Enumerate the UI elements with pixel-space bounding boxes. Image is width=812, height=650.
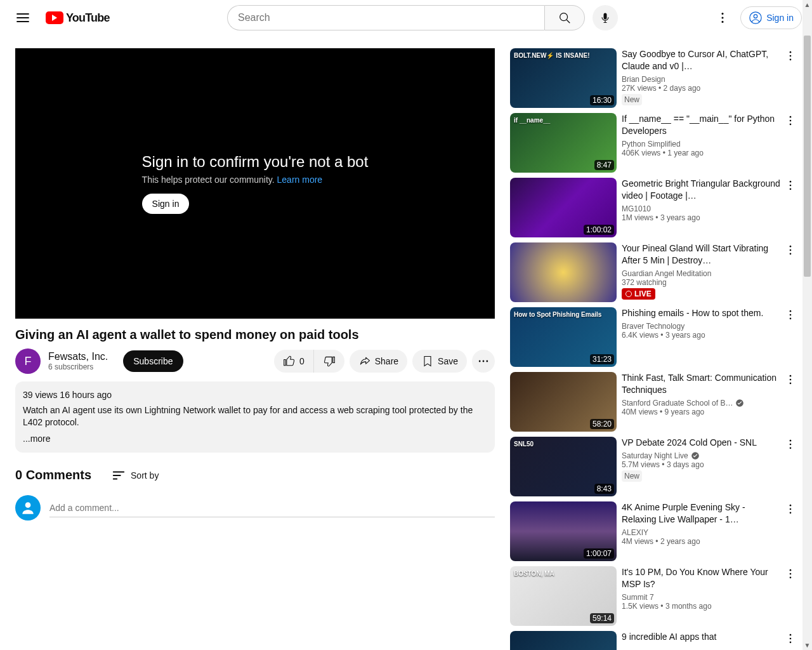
scroll-up-arrow[interactable]: ▲ xyxy=(802,0,812,10)
ellipsis-icon xyxy=(477,355,490,368)
svg-point-41 xyxy=(790,634,792,636)
subscribe-button[interactable]: Subscribe xyxy=(123,350,183,372)
rec-thumbnail[interactable] xyxy=(510,631,617,650)
rec-menu-button[interactable] xyxy=(784,179,797,194)
rec-thumbnail[interactable]: 1:00:07 xyxy=(510,501,617,561)
rec-menu-button[interactable] xyxy=(784,373,797,388)
rec-meta: 27K views • 2 days ago xyxy=(622,84,782,93)
hamburger-button[interactable] xyxy=(10,5,36,30)
dislike-button[interactable] xyxy=(314,350,344,373)
kebab-icon xyxy=(784,114,797,127)
kebab-icon xyxy=(784,50,797,62)
rec-menu-button[interactable] xyxy=(784,438,797,453)
rec-thumbnail[interactable] xyxy=(510,242,617,302)
video-player[interactable]: Sign in to confirm you're not a bot This… xyxy=(15,48,495,319)
rec-thumbnail[interactable]: BOLT.NEW⚡ IS INSANE!16:30 xyxy=(510,48,617,108)
svg-point-33 xyxy=(790,444,792,446)
thumbs-up-icon xyxy=(283,355,296,368)
rec-meta: 1M views • 3 years ago xyxy=(622,213,782,222)
rec-menu-button[interactable] xyxy=(784,244,797,259)
rec-channel[interactable]: Saturday Night Live xyxy=(622,451,782,460)
search-button[interactable] xyxy=(544,5,585,30)
svg-point-34 xyxy=(790,448,792,449)
rec-menu-button[interactable] xyxy=(784,632,797,647)
recommendation-item[interactable]: BOSTON, MA59:14It's 10 PM, Do You Know W… xyxy=(510,566,797,626)
rec-info: If __name__ == "__main__" for Python Dev… xyxy=(622,113,797,173)
svg-point-14 xyxy=(790,59,792,61)
svg-point-8 xyxy=(479,361,481,362)
rec-meta: 4M views • 2 years ago xyxy=(622,537,782,546)
user-avatar xyxy=(15,495,41,521)
scroll-down-arrow[interactable]: ▼ xyxy=(802,640,812,650)
svg-point-5 xyxy=(722,21,724,23)
rec-channel[interactable]: Braver Technology xyxy=(622,322,782,331)
topbar-center xyxy=(227,5,618,30)
recommendation-item[interactable]: 1:00:074K Anime Purple Evening Sky - Rel… xyxy=(510,501,797,561)
player-signin-button[interactable]: Sign in xyxy=(142,194,190,214)
recommendation-item[interactable]: if __name__8:47If __name__ == "__main__"… xyxy=(510,113,797,173)
topbar-right: Sign in xyxy=(710,5,802,30)
channel-name[interactable]: Fewsats, Inc. xyxy=(48,351,108,362)
rec-info: Say Goodbye to Cursor AI, ChatGPT, Claud… xyxy=(622,48,797,108)
rec-channel[interactable]: Python Simplified xyxy=(622,140,782,149)
recommendation-item[interactable]: BOLT.NEW⚡ IS INSANE!16:30Say Goodbye to … xyxy=(510,48,797,108)
rec-channel[interactable]: Stanford Graduate School of B… xyxy=(622,399,782,408)
recommendation-item[interactable]: 58:20Think Fast, Talk Smart: Communicati… xyxy=(510,372,797,432)
svg-point-32 xyxy=(790,440,792,442)
comments-header: 0 Comments Sort by xyxy=(15,468,495,482)
rec-channel[interactable]: Summit 7 xyxy=(622,593,782,602)
rec-thumbnail[interactable]: SNL508:43 xyxy=(510,437,617,496)
logo-text: YouTube xyxy=(66,11,110,25)
signin-button[interactable]: Sign in xyxy=(740,6,802,29)
rec-thumbnail[interactable]: 1:00:02 xyxy=(510,178,617,237)
recommendation-item[interactable]: Your Pineal Gland Will Start Vibrating A… xyxy=(510,242,797,302)
rec-meta: 5.7M views • 3 days ago xyxy=(622,460,782,469)
rec-title: Geometric Bright Triangular Background v… xyxy=(622,178,782,202)
recommendation-item[interactable]: 9 incredible AI apps that xyxy=(510,631,797,650)
svg-point-7 xyxy=(754,15,757,18)
logo[interactable]: YouTube xyxy=(46,10,110,25)
rec-meta: 372 watching xyxy=(622,278,782,287)
rec-menu-button[interactable] xyxy=(784,308,797,324)
show-more-button[interactable]: ...more xyxy=(23,433,51,446)
rec-thumbnail[interactable]: if __name__8:47 xyxy=(510,113,617,173)
thumb-text: BOLT.NEW⚡ IS INSANE! xyxy=(514,52,590,59)
rec-meta: 406K views • 1 year ago xyxy=(622,149,782,157)
voice-search-button[interactable] xyxy=(593,5,618,30)
rec-channel[interactable]: MG1010 xyxy=(622,204,782,213)
recommendation-item[interactable]: SNL508:43VP Debate 2024 Cold Open - SNLS… xyxy=(510,437,797,496)
sort-button[interactable]: Sort by xyxy=(112,468,159,482)
rec-menu-button[interactable] xyxy=(784,503,797,518)
rec-menu-button[interactable] xyxy=(784,567,797,583)
rec-info: Think Fast, Talk Smart: Communication Te… xyxy=(622,372,797,432)
more-actions-button[interactable] xyxy=(472,350,495,373)
svg-point-17 xyxy=(790,124,792,126)
settings-button[interactable] xyxy=(710,5,735,30)
comment-input[interactable] xyxy=(49,499,495,517)
rec-thumbnail[interactable]: How to Spot Phishing Emails31:23 xyxy=(510,307,617,367)
rec-menu-button[interactable] xyxy=(784,114,797,129)
rec-channel[interactable]: Brian Design xyxy=(622,75,782,84)
svg-point-22 xyxy=(790,249,792,251)
rec-menu-button[interactable] xyxy=(784,50,797,65)
learn-more-link[interactable]: Learn more xyxy=(277,175,323,185)
content: Sign in to confirm you're not a bot This… xyxy=(0,36,812,650)
recommendation-item[interactable]: How to Spot Phishing Emails31:23Phishing… xyxy=(510,307,797,367)
channel-avatar[interactable]: F xyxy=(15,348,41,374)
topbar: YouTube Sign in xyxy=(0,0,812,36)
description-box[interactable]: 39 views 16 hours ago Watch an AI agent … xyxy=(15,381,495,453)
svg-point-37 xyxy=(790,512,792,514)
share-button[interactable]: Share xyxy=(350,350,407,373)
rec-channel[interactable]: Guardian Angel Meditation xyxy=(622,269,782,278)
scrollbar[interactable]: ▲ ▼ xyxy=(802,0,812,650)
rec-duration: 1:00:07 xyxy=(584,548,614,559)
recommendation-item[interactable]: 1:00:02Geometric Bright Triangular Backg… xyxy=(510,178,797,237)
save-button[interactable]: Save xyxy=(412,350,467,373)
scroll-thumb[interactable] xyxy=(804,36,811,277)
rec-channel[interactable]: ALEXIY xyxy=(622,528,782,537)
rec-thumbnail[interactable]: 58:20 xyxy=(510,372,617,432)
rec-thumbnail[interactable]: BOSTON, MA59:14 xyxy=(510,566,617,626)
logo-icon xyxy=(46,11,63,24)
search-input[interactable] xyxy=(227,5,544,30)
like-button[interactable]: 0 xyxy=(274,350,314,373)
